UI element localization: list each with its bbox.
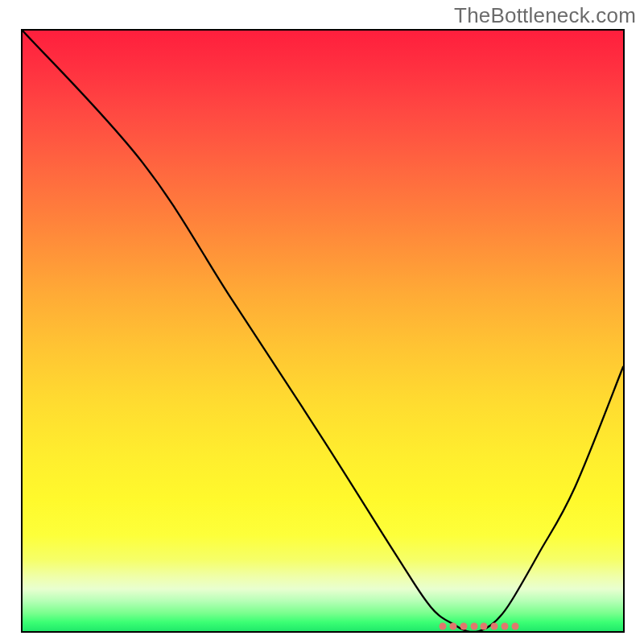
minimum-dot [501,623,508,630]
minimum-dot [511,623,518,630]
minimum-dot [460,623,467,630]
minimum-dot [470,623,477,630]
minimum-dot [440,623,447,630]
minimum-marker-dots [23,31,623,631]
plot-area [21,29,625,633]
minimum-dot [481,623,488,630]
watermark-text: TheBottleneck.com [454,3,636,28]
minimum-dot [491,623,498,630]
chart-stage: TheBottleneck.com [0,0,644,644]
minimum-dot [449,623,456,630]
